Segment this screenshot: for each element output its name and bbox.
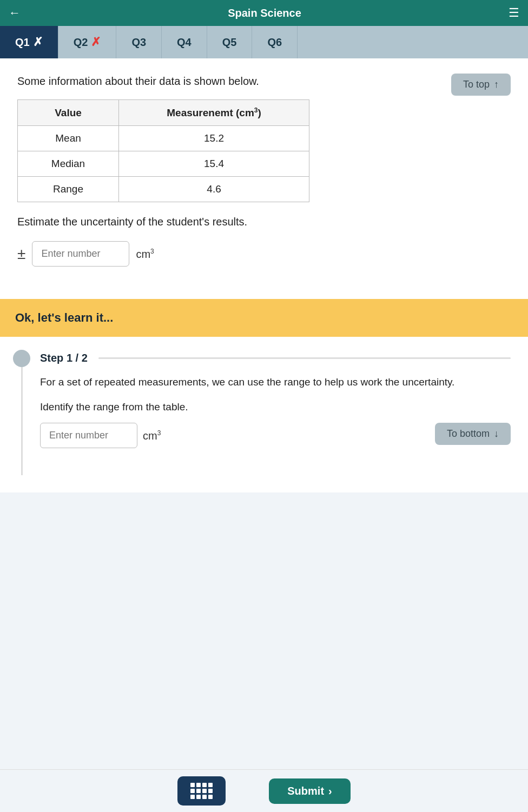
- tab-q1-mark: ✗: [33, 35, 43, 49]
- table-cell-mean-value: 15.2: [119, 126, 309, 151]
- answer-input-row: ± cm3: [17, 241, 511, 267]
- submit-label: Submit: [287, 785, 324, 797]
- tab-q2-mark: ✗: [91, 35, 101, 49]
- back-button[interactable]: ←: [9, 6, 21, 20]
- step-progress-line: [98, 357, 511, 359]
- step-header: Step 1 / 2: [40, 352, 511, 364]
- table-header-value: Value: [18, 100, 119, 126]
- tab-q6[interactable]: Q6: [252, 26, 298, 58]
- tab-q1-label: Q1: [15, 36, 30, 49]
- tab-q4-label: Q4: [177, 36, 192, 49]
- table-row: Range 4.6: [18, 177, 309, 202]
- menu-button[interactable]: ☰: [509, 6, 519, 20]
- table-cell-mean-label: Mean: [18, 126, 119, 151]
- submit-arrow-icon: ›: [328, 785, 332, 797]
- step-dot: [13, 350, 30, 367]
- step-unit-label: cm3: [143, 429, 161, 442]
- table-cell-median-value: 15.4: [119, 151, 309, 177]
- tab-q3-label: Q3: [131, 36, 146, 49]
- question-tabs: Q1 ✗ Q2 ✗ Q3 Q4 Q5 Q6: [0, 26, 528, 58]
- step-content: Step 1 / 2 For a set of repeated measure…: [40, 350, 511, 452]
- answer-number-input[interactable]: [32, 241, 129, 267]
- step-indicator: [13, 350, 30, 475]
- step-desc-1: For a set of repeated measurements, we c…: [40, 374, 511, 390]
- to-top-label: To top: [463, 79, 490, 90]
- table-row: Median 15.4: [18, 151, 309, 177]
- step-question: Identify the range from the table.: [40, 400, 511, 415]
- to-bottom-label: To bottom: [447, 428, 490, 440]
- header-bar: ← Spain Science ☰: [0, 0, 528, 26]
- bottom-bar: Submit ›: [0, 769, 528, 812]
- to-top-arrow-icon: ↑: [494, 79, 499, 90]
- step-title: Step 1 / 2: [40, 352, 88, 364]
- table-cell-median-label: Median: [18, 151, 119, 177]
- table-cell-range-value: 4.6: [119, 177, 309, 202]
- step-input-row: cm3: [40, 423, 161, 448]
- step-input-area: cm3 To bottom ↓: [40, 423, 511, 452]
- grid-view-button[interactable]: [177, 776, 226, 806]
- tab-q6-label: Q6: [267, 36, 282, 49]
- tab-q4[interactable]: Q4: [162, 26, 207, 58]
- learn-box-text: Ok, let's learn it...: [15, 311, 113, 324]
- table-cell-range-label: Range: [18, 177, 119, 202]
- to-bottom-arrow-icon: ↓: [494, 428, 499, 440]
- table-row: Mean 15.2: [18, 126, 309, 151]
- learn-box: Ok, let's learn it...: [0, 299, 528, 337]
- step-number-input[interactable]: [40, 423, 137, 448]
- page-title: Spain Science: [228, 7, 301, 19]
- tab-q2-label: Q2: [74, 36, 88, 49]
- tab-q3[interactable]: Q3: [116, 26, 162, 58]
- to-top-button[interactable]: To top ↑: [451, 74, 511, 96]
- tab-q5[interactable]: Q5: [207, 26, 253, 58]
- table-header-measurement: Measurenemt (cm3): [119, 100, 309, 126]
- grid-icon: [190, 783, 213, 799]
- unit-label: cm3: [136, 248, 154, 261]
- step-line: [21, 367, 23, 475]
- data-table: Value Measurenemt (cm3) Mean 15.2 Median…: [17, 99, 309, 202]
- pm-sign: ±: [17, 245, 25, 263]
- tab-q1[interactable]: Q1 ✗: [0, 26, 58, 58]
- estimate-question: Estimate the uncertainty of the student'…: [17, 214, 511, 229]
- intro-text: Some information about their data is sho…: [17, 74, 511, 89]
- submit-button[interactable]: Submit ›: [269, 778, 350, 804]
- tab-q2[interactable]: Q2 ✗: [58, 26, 117, 58]
- tab-q5-label: Q5: [222, 36, 237, 49]
- to-bottom-button[interactable]: To bottom ↓: [435, 423, 511, 445]
- main-content: Some information about their data is sho…: [0, 58, 528, 299]
